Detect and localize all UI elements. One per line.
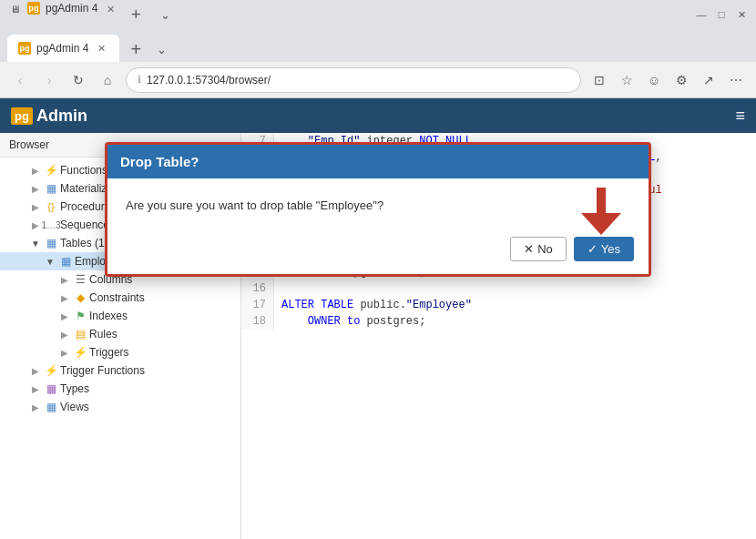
dialog-message: Are you sure you want to drop table "Emp… <box>126 198 383 212</box>
drop-table-dialog: Drop Table? Are you sure you want to dro… <box>105 142 651 277</box>
tab-icon: pg <box>18 42 31 55</box>
extension-icon[interactable]: ⚙ <box>670 69 692 91</box>
new-tab-button[interactable]: + <box>123 2 148 27</box>
yes-label: Yes <box>601 242 620 256</box>
share-icon[interactable]: ↗ <box>698 69 720 91</box>
header-menu-button[interactable]: ≡ <box>735 107 745 126</box>
no-label: No <box>537 242 553 256</box>
dialog-header: Drop Table? <box>107 145 649 178</box>
svg-marker-1 <box>581 213 621 235</box>
tab-close-icon[interactable]: ✕ <box>103 2 117 16</box>
forward-button[interactable]: › <box>38 69 60 91</box>
yes-icon: ✓ <box>587 242 598 256</box>
tab-close-icon[interactable]: ✕ <box>94 41 108 56</box>
active-tab[interactable]: pg pgAdmin 4 ✕ <box>7 35 119 62</box>
title-bar: 🖥 pg pgAdmin 4 ✕ + ⌄ — □ ✕ <box>0 0 756 29</box>
window-icon: 🖥 <box>7 2 22 16</box>
dialog-body: Are you sure you want to drop table "Emp… <box>107 178 649 229</box>
svg-rect-0 <box>597 188 606 215</box>
pgadmin-logo: pg Admin <box>11 107 87 126</box>
profile-icon[interactable]: ☺ <box>643 69 665 91</box>
address-text: 127.0.0.1:57304/browser/ <box>147 74 271 86</box>
maximize-button[interactable]: □ <box>714 7 729 22</box>
dialog-footer: ✕ No ✓ Yes <box>107 229 649 274</box>
yes-button[interactable]: ✓ Yes <box>574 237 634 261</box>
close-button[interactable]: ✕ <box>734 7 749 22</box>
bookmark-icon[interactable]: ☆ <box>616 69 638 91</box>
sidebar-toggle-icon[interactable]: ⊡ <box>588 69 610 91</box>
dialog-overlay: Drop Table? Are you sure you want to dro… <box>0 133 756 539</box>
more-icon[interactable]: ⋯ <box>725 69 747 91</box>
refresh-button[interactable]: ↻ <box>67 69 89 91</box>
pgadmin-header: pg Admin ≡ <box>0 98 756 133</box>
tab-bar: pg pgAdmin 4 ✕ + ⌄ <box>0 29 756 62</box>
no-button[interactable]: ✕ No <box>510 237 567 261</box>
lock-icon: ℹ <box>138 74 141 86</box>
address-bar: ‹ › ↻ ⌂ ℹ 127.0.0.1:57304/browser/ ⊡ ☆ ☺… <box>0 62 756 98</box>
tab-title: pgAdmin 4 <box>46 2 97 27</box>
logo-admin: Admin <box>36 107 87 126</box>
no-icon: ✕ <box>524 242 534 256</box>
dialog-arrow <box>581 188 621 238</box>
logo-pg: pg <box>11 107 33 125</box>
new-tab-btn[interactable]: + <box>123 36 148 62</box>
address-input[interactable]: ℹ 127.0.0.1:57304/browser/ <box>126 67 581 93</box>
back-button[interactable]: ‹ <box>9 69 31 91</box>
tab-label: pgAdmin 4 <box>36 42 88 55</box>
home-button[interactable]: ⌂ <box>97 69 118 91</box>
tab-list-btn[interactable]: ⌄ <box>150 36 172 62</box>
minimize-button[interactable]: — <box>694 7 709 22</box>
tab-favicon: pg <box>27 2 40 15</box>
main-layout: Browser ▶ ⚡ Functions ▶ ▦ Materialized V… <box>0 133 756 539</box>
dialog-title: Drop Table? <box>120 154 199 169</box>
tab-menu-button[interactable]: ⌄ <box>154 2 176 27</box>
